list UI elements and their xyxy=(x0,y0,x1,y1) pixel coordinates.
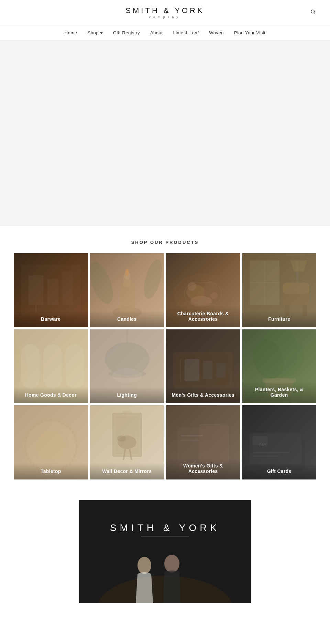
product-card-homegoods[interactable]: Home Goods & Decor xyxy=(14,329,88,404)
svg-rect-32 xyxy=(43,344,62,388)
product-label-furniture: Furniture xyxy=(242,311,317,327)
svg-rect-41 xyxy=(185,359,199,381)
svg-point-12 xyxy=(90,259,118,307)
product-grid: Barware Candles Charcuteri xyxy=(0,253,330,493)
svg-point-21 xyxy=(191,296,211,305)
product-card-planters[interactable]: Planters, Baskets, & Garden xyxy=(242,329,317,404)
product-label-mens: Men's Gifts & Accessories xyxy=(166,387,240,403)
svg-line-1 xyxy=(314,13,316,14)
product-card-charcuterie[interactable]: Charcuterie Boards & Accessories xyxy=(166,253,240,327)
svg-rect-33 xyxy=(66,344,84,388)
svg-point-18 xyxy=(210,292,218,300)
product-card-barware[interactable]: Barware xyxy=(14,253,88,327)
product-label-womens: Women's Gifts & Accessories xyxy=(166,457,240,479)
search-icon[interactable] xyxy=(310,9,316,16)
logo-brand-name: SMITH & YORK xyxy=(125,6,204,15)
svg-point-79 xyxy=(138,557,151,574)
svg-point-11 xyxy=(125,269,129,275)
svg-rect-5 xyxy=(62,272,73,305)
svg-rect-4 xyxy=(47,279,58,305)
svg-point-0 xyxy=(311,10,315,13)
product-label-charcuterie: Charcuterie Boards & Accessories xyxy=(166,305,240,327)
nav-home[interactable]: Home xyxy=(65,30,77,35)
product-card-mens[interactable]: Men's Gifts & Accessories xyxy=(166,329,240,404)
nav-gift-registry[interactable]: Gift Registry xyxy=(113,30,140,35)
product-card-giftcards[interactable]: S&Y Gift Cards xyxy=(242,405,317,479)
svg-rect-74 xyxy=(253,455,278,456)
nav-about[interactable]: About xyxy=(150,30,163,35)
site-logo[interactable]: SMITH & YORK company xyxy=(125,6,204,19)
product-card-walldecor[interactable]: Wall Decor & Mirrors xyxy=(90,405,164,479)
product-card-lighting[interactable]: Lighting xyxy=(90,329,164,404)
svg-point-13 xyxy=(141,258,164,301)
nav-lime-loaf[interactable]: Lime & Loaf xyxy=(173,30,199,35)
svg-rect-42 xyxy=(203,361,212,379)
svg-rect-43 xyxy=(216,362,225,377)
main-nav: Home Shop Gift Registry About Lime & Loa… xyxy=(0,25,330,41)
hero-section xyxy=(0,41,330,226)
product-card-candles[interactable]: Candles xyxy=(90,253,164,327)
nav-shop[interactable]: Shop xyxy=(88,30,103,35)
site-header: SMITH & YORK company xyxy=(0,0,330,25)
product-label-lighting: Lighting xyxy=(90,387,164,403)
product-card-tabletop[interactable]: Tabletop xyxy=(14,405,88,479)
svg-rect-3 xyxy=(29,275,43,305)
svg-text:S&Y: S&Y xyxy=(259,443,266,447)
nav-plan-visit[interactable]: Plan Your Visit xyxy=(234,30,265,35)
product-card-womens[interactable]: Women's Gifts & Accessories xyxy=(166,405,240,479)
svg-rect-26 xyxy=(283,283,309,294)
svg-point-80 xyxy=(164,555,179,573)
about-section: SMITH & YORK xyxy=(0,493,330,617)
logo-sub-text: company xyxy=(125,15,204,19)
svg-point-54 xyxy=(36,431,66,461)
product-card-furniture[interactable]: Furniture xyxy=(242,253,317,327)
product-label-giftcards: Gift Cards xyxy=(242,463,317,479)
product-label-planters: Planters, Baskets, & Garden xyxy=(242,381,317,403)
product-label-homegoods: Home Goods & Decor xyxy=(14,387,88,403)
nav-woven[interactable]: Woven xyxy=(209,30,224,35)
svg-point-59 xyxy=(117,436,126,441)
product-label-candles: Candles xyxy=(90,311,164,327)
svg-rect-73 xyxy=(253,452,290,453)
product-label-tabletop: Tabletop xyxy=(14,463,88,479)
products-section-title: SHOP OUR PRODUCTS xyxy=(0,226,330,253)
svg-rect-8 xyxy=(120,283,134,312)
product-label-barware: Barware xyxy=(14,311,88,327)
product-label-walldecor: Wall Decor & Mirrors xyxy=(90,463,164,479)
svg-rect-68 xyxy=(181,439,199,441)
svg-rect-62 xyxy=(122,411,131,414)
svg-text:SMITH & YORK: SMITH & YORK xyxy=(110,522,220,533)
about-video-thumbnail[interactable]: SMITH & YORK xyxy=(79,500,251,603)
svg-rect-67 xyxy=(181,435,203,436)
svg-point-38 xyxy=(112,368,142,383)
chevron-down-icon xyxy=(100,32,103,34)
svg-marker-30 xyxy=(290,261,307,272)
